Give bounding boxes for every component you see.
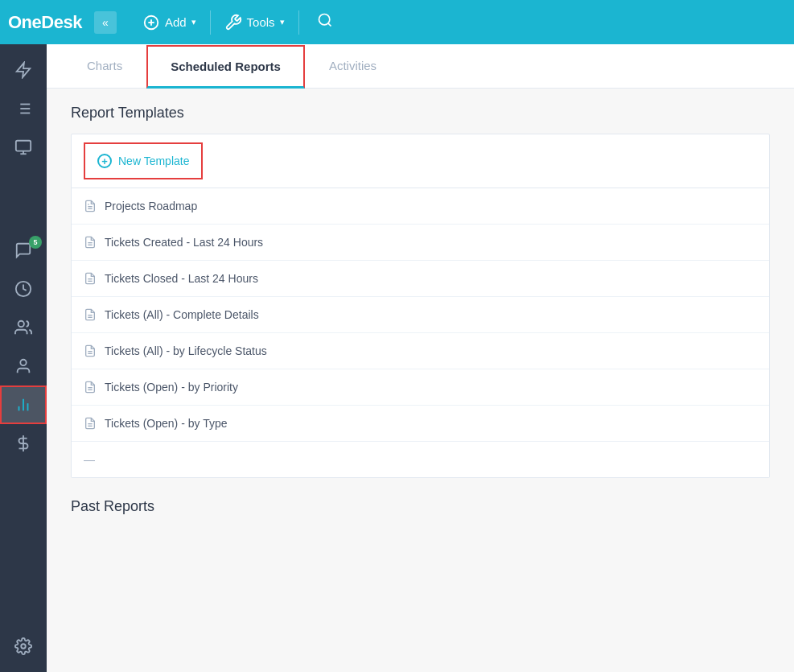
search-icon (317, 12, 333, 28)
templates-container: + New Template Projects Roadmap (71, 134, 770, 478)
template-name: Projects Roadmap (105, 200, 197, 212)
nav-divider-1 (210, 10, 211, 35)
chart-icon (14, 396, 32, 414)
document-icon (84, 272, 97, 285)
document-icon (84, 308, 97, 321)
tools-icon (224, 14, 242, 31)
sidebar-item-chart[interactable] (0, 385, 47, 424)
tabs-bar: Charts Scheduled Reports Activities (47, 44, 794, 89)
add-button[interactable]: Add ▾ (133, 9, 206, 36)
settings-icon (14, 637, 32, 655)
svg-point-16 (19, 321, 24, 327)
main-content: Report Templates + New Template (47, 89, 794, 672)
template-item[interactable]: Projects Roadmap (72, 188, 769, 225)
svg-rect-12 (16, 141, 31, 151)
dollar-icon (14, 435, 32, 452)
add-circle-icon (142, 14, 160, 31)
template-name: Tickets (Open) - by Priority (105, 381, 238, 394)
sidebar-item-settings[interactable] (0, 627, 47, 666)
monitor-icon (14, 138, 32, 156)
template-dash: — (72, 442, 769, 477)
new-template-wrapper: + New Template (72, 134, 769, 188)
new-template-label: New Template (118, 155, 189, 167)
sidebar-item-users-cog[interactable] (0, 308, 47, 347)
chat-badge: 5 (29, 236, 42, 249)
tab-activities[interactable]: Activities (305, 45, 401, 89)
document-icon (84, 417, 97, 430)
svg-point-3 (319, 14, 329, 25)
users-icon (14, 357, 32, 375)
list-icon (14, 100, 32, 117)
svg-marker-5 (17, 63, 31, 77)
lightning-icon (14, 61, 32, 79)
tools-label: Tools (247, 15, 275, 29)
nav-divider-2 (298, 10, 299, 35)
content-area: Charts Scheduled Reports Activities Repo… (47, 44, 794, 672)
sidebar-item-dollar[interactable] (0, 424, 47, 463)
sidebar-item-list[interactable] (0, 89, 47, 128)
svg-point-22 (21, 644, 26, 649)
tools-button[interactable]: Tools ▾ (215, 9, 294, 36)
svg-point-17 (20, 360, 26, 365)
template-item[interactable]: Tickets (Open) - by Priority (72, 369, 769, 406)
add-template-icon: + (97, 154, 112, 168)
clock-icon (14, 280, 32, 298)
tab-scheduled-reports[interactable]: Scheduled Reports (146, 45, 305, 89)
sidebar-item-users[interactable] (0, 347, 47, 385)
template-item[interactable]: Tickets Created - Last 24 Hours (72, 225, 769, 261)
app-logo: OneDesk (8, 12, 82, 33)
sidebar-item-lightning[interactable] (0, 51, 47, 89)
document-icon (84, 344, 97, 357)
dash-placeholder: — (84, 453, 95, 466)
tools-chevron: ▾ (280, 17, 285, 27)
template-item[interactable]: Tickets (All) - Complete Details (72, 297, 769, 333)
sidebar-item-chat[interactable]: 5 (0, 231, 47, 270)
sidebar: 5 (0, 44, 47, 672)
template-item[interactable]: Tickets (Open) - by Type (72, 406, 769, 442)
new-template-button[interactable]: + New Template (84, 142, 203, 179)
section-title-past-reports: Past Reports (71, 498, 770, 515)
add-chevron: ▾ (191, 17, 196, 27)
section-title-report-templates: Report Templates (71, 105, 770, 122)
template-name: Tickets Created - Last 24 Hours (105, 236, 263, 249)
template-item[interactable]: Tickets Closed - Last 24 Hours (72, 261, 769, 297)
document-icon (84, 236, 97, 249)
template-name: Tickets (Open) - by Type (105, 417, 228, 430)
collapse-button[interactable]: « (94, 11, 117, 34)
document-icon (84, 200, 97, 212)
top-navigation: OneDesk « Add ▾ Tools ▾ (0, 0, 794, 44)
svg-line-4 (328, 23, 331, 27)
template-name: Tickets Closed - Last 24 Hours (105, 272, 258, 285)
users-cog-icon (14, 319, 32, 336)
search-button[interactable] (307, 7, 343, 37)
template-name: Tickets (All) - by Lifecycle Status (105, 344, 267, 357)
add-label: Add (165, 15, 187, 29)
sidebar-item-clock[interactable] (0, 270, 47, 308)
template-name: Tickets (All) - Complete Details (105, 308, 259, 321)
past-reports-section: Past Reports (71, 498, 770, 515)
document-icon (84, 381, 97, 394)
tab-charts[interactable]: Charts (63, 45, 146, 89)
sidebar-item-monitor[interactable] (0, 128, 47, 167)
template-item[interactable]: Tickets (All) - by Lifecycle Status (72, 333, 769, 369)
main-layout: 5 (0, 44, 794, 672)
